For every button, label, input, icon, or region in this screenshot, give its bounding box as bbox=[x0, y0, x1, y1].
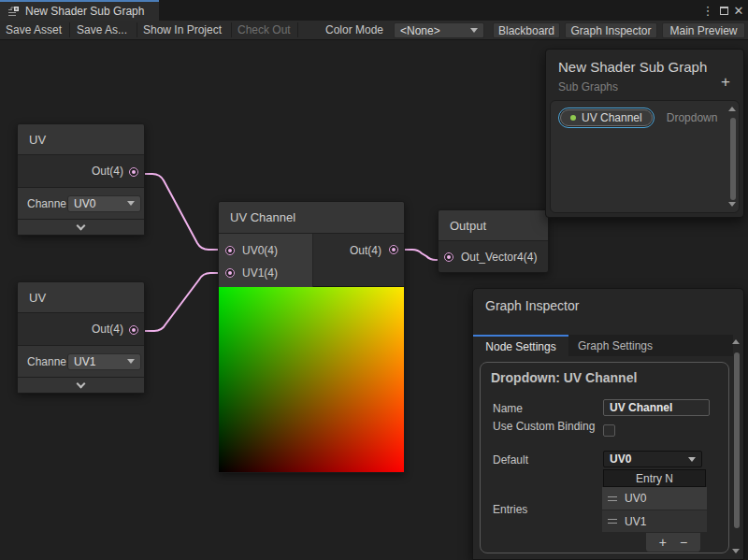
close-icon[interactable]: ✕ bbox=[730, 0, 747, 21]
blackboard-title: New Shader Sub Graph bbox=[558, 59, 707, 75]
edge-uv1[interactable] bbox=[137, 273, 224, 331]
input-port[interactable] bbox=[444, 252, 453, 262]
input-port-uv1[interactable] bbox=[225, 268, 235, 278]
tab-node-settings[interactable]: Node Settings bbox=[473, 335, 568, 356]
main-preview-toggle-button[interactable]: Main Preview bbox=[662, 22, 745, 38]
node-uv-channel[interactable]: UV Channel UV0(4) UV1(4) Out(4) bbox=[218, 201, 405, 473]
save-as-button[interactable]: Save As... bbox=[77, 21, 127, 39]
channel-dropdown[interactable]: UV1 bbox=[67, 353, 141, 370]
output-port[interactable] bbox=[389, 245, 398, 254]
save-asset-button[interactable]: Save Asset bbox=[6, 21, 62, 39]
tab-graph-settings[interactable]: Graph Settings bbox=[578, 335, 653, 356]
property-type: Dropdown bbox=[667, 111, 718, 124]
node-uv-bottom[interactable]: UV Out(4) Channe UV1 bbox=[17, 281, 145, 394]
node-title[interactable]: UV Channel bbox=[219, 202, 404, 234]
default-label: Default bbox=[493, 453, 528, 467]
window-menu-icon[interactable]: ⋮ bbox=[699, 0, 716, 21]
inspector-header: Dropdown: UV Channel bbox=[491, 370, 637, 385]
node-title[interactable]: Output bbox=[439, 210, 548, 241]
edge-uv0[interactable] bbox=[137, 174, 224, 250]
property-name: UV Channel bbox=[582, 111, 642, 124]
blackboard-panel: New Shader Sub Graph Sub Graphs + UV Cha… bbox=[545, 49, 744, 218]
node-output[interactable]: Output Out_Vector4(4) bbox=[438, 209, 549, 273]
dropdown-arrow-icon bbox=[127, 201, 135, 206]
port-label-uv0: UV0(4) bbox=[242, 244, 278, 257]
entry-value: UV0 bbox=[625, 492, 646, 505]
port-label-out: Out(4) bbox=[92, 165, 123, 178]
scroll-down-icon[interactable] bbox=[732, 549, 740, 553]
blackboard-subtitle: Sub Graphs bbox=[558, 80, 618, 93]
inspector-title: Graph Inspector bbox=[485, 298, 579, 313]
dropdown-arrow-icon bbox=[127, 359, 135, 364]
toolbar-separator bbox=[231, 22, 232, 37]
add-entry-button[interactable]: + bbox=[659, 535, 667, 550]
collapse-chevron-icon bbox=[77, 222, 86, 231]
document-tab[interactable]: New Shader Sub Graph bbox=[0, 0, 159, 21]
graph-inspector-toggle-button[interactable]: Graph Inspector bbox=[565, 22, 657, 38]
title-bar: New Shader Sub Graph ⋮ ✕ bbox=[0, 0, 748, 21]
port-label-out-vector4: Out_Vector4(4) bbox=[461, 251, 537, 264]
tab-title: New Shader Sub Graph bbox=[25, 5, 144, 18]
property-pill-selected[interactable]: UV Channel bbox=[558, 108, 654, 128]
blackboard-toggle-button[interactable]: Blackboard bbox=[493, 22, 560, 38]
node-settings-content: Dropdown: UV Channel Name UV Channel Use… bbox=[480, 362, 729, 553]
check-out-button: Check Out bbox=[237, 21, 291, 39]
color-mode-dropdown[interactable]: <None> bbox=[394, 22, 484, 38]
channel-label: Channe bbox=[27, 355, 66, 368]
input-port-uv0[interactable] bbox=[225, 246, 235, 255]
collapse-chevron-icon bbox=[77, 380, 86, 389]
show-in-project-button[interactable]: Show In Project bbox=[143, 21, 222, 39]
scrollbar-thumb[interactable] bbox=[734, 352, 740, 528]
output-port[interactable] bbox=[129, 167, 138, 177]
scroll-down-icon[interactable] bbox=[728, 202, 736, 207]
default-value: UV0 bbox=[610, 452, 631, 466]
blackboard-scrollbar[interactable] bbox=[727, 105, 738, 208]
exposed-dot-icon bbox=[570, 115, 576, 121]
drag-handle-icon[interactable] bbox=[608, 496, 617, 501]
default-dropdown[interactable]: UV0 bbox=[603, 451, 702, 467]
entries-label: Entries bbox=[493, 503, 527, 516]
node-preview bbox=[219, 287, 404, 472]
collapse-preview-button[interactable] bbox=[18, 378, 144, 393]
entries-list-footer: + − bbox=[645, 533, 701, 553]
channel-label: Channe bbox=[27, 197, 66, 210]
toolbar-separator bbox=[69, 22, 70, 37]
inspector-scrollbar[interactable] bbox=[731, 337, 741, 557]
port-label-out: Out(4) bbox=[92, 323, 123, 336]
entry-value: UV1 bbox=[625, 515, 646, 528]
node-title[interactable]: UV bbox=[18, 124, 144, 155]
dropdown-arrow-icon bbox=[470, 28, 478, 33]
dropdown-arrow-icon bbox=[688, 457, 696, 462]
port-label-out: Out(4) bbox=[350, 244, 381, 257]
channel-value: UV0 bbox=[74, 197, 95, 210]
channel-dropdown[interactable]: UV0 bbox=[67, 195, 141, 212]
color-mode-value: <None> bbox=[400, 24, 440, 37]
drag-handle-icon[interactable] bbox=[608, 519, 617, 524]
color-mode-label: Color Mode bbox=[325, 21, 383, 39]
toolbar-separator bbox=[297, 22, 298, 37]
entry-row[interactable]: UV1 bbox=[602, 510, 707, 532]
use-custom-binding-label: Use Custom Binding bbox=[493, 420, 597, 435]
name-field[interactable]: UV Channel bbox=[603, 399, 710, 416]
node-title[interactable]: UV bbox=[18, 282, 144, 313]
output-port[interactable] bbox=[129, 325, 138, 335]
channel-value: UV1 bbox=[74, 355, 95, 368]
collapse-preview-button[interactable] bbox=[18, 220, 144, 235]
shader-graph-window: New Shader Sub Graph ⋮ ✕ Save Asset Save… bbox=[0, 0, 748, 560]
toolbar-separator bbox=[137, 22, 137, 37]
scroll-up-icon[interactable] bbox=[732, 339, 740, 344]
scrollbar-thumb[interactable] bbox=[730, 118, 736, 200]
entry-row[interactable]: UV0 bbox=[602, 487, 707, 510]
inspector-tabstrip: Node Settings Graph Settings bbox=[473, 335, 733, 356]
use-custom-binding-checkbox[interactable] bbox=[603, 424, 615, 437]
port-label-uv1: UV1(4) bbox=[242, 266, 278, 280]
add-property-button[interactable]: + bbox=[721, 76, 730, 89]
node-uv-top[interactable]: UV Out(4) Channe UV0 bbox=[17, 123, 145, 236]
blackboard-content: UV Channel Dropdown bbox=[550, 100, 740, 213]
maximize-glyph bbox=[720, 7, 728, 15]
entries-list-header: Entry N bbox=[603, 469, 706, 487]
sub-graph-asset-icon bbox=[7, 6, 20, 18]
scroll-up-icon[interactable] bbox=[728, 107, 736, 111]
property-row[interactable]: UV Channel Dropdown bbox=[558, 108, 717, 128]
remove-entry-button[interactable]: − bbox=[680, 535, 687, 550]
